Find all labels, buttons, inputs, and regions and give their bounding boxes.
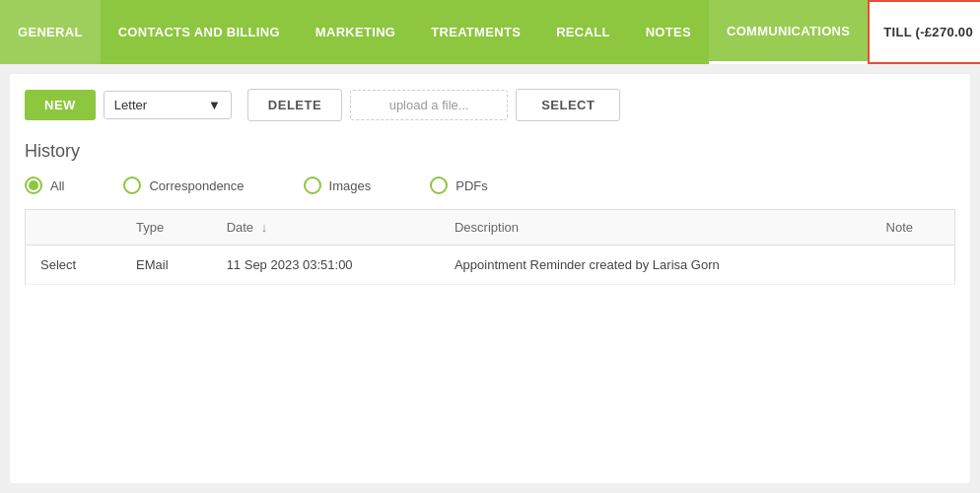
table-header-row: Type Date ↓ Description Note (26, 210, 955, 246)
row-select-button[interactable]: Select (40, 257, 76, 272)
col-header-note: Note (872, 210, 955, 246)
new-button[interactable]: NEW (25, 90, 96, 120)
radio-correspondence[interactable] (123, 176, 141, 194)
filter-row: All Correspondence Images PDFs (25, 176, 955, 194)
main-content: NEW Letter ▼ DELETE upload a file... SEL… (10, 74, 970, 483)
nav-item-communications[interactable]: COMMUNICATIONS (709, 0, 868, 64)
select-button[interactable]: SELECT (516, 89, 620, 121)
filter-images[interactable]: Images (304, 176, 372, 194)
history-section: History All Correspondence Images PDFs (25, 141, 955, 285)
row-type-cell: EMail (121, 246, 212, 285)
filter-correspondence[interactable]: Correspondence (123, 176, 244, 194)
nav-item-notes[interactable]: NOTES (628, 0, 709, 64)
col-header-date[interactable]: Date ↓ (212, 210, 440, 246)
nav-item-contacts-billing[interactable]: CONTACTS AND BILLING (101, 0, 298, 64)
filter-correspondence-label: Correspondence (149, 178, 244, 193)
table-row: Select EMail 11 Sep 2023 03:51:00 Appoin… (26, 246, 955, 285)
upload-file-area[interactable]: upload a file... (350, 90, 508, 120)
nav-item-treatments[interactable]: TREATMENTS (413, 0, 538, 64)
col-header-description: Description (440, 210, 872, 246)
sort-icon: ↓ (261, 220, 268, 235)
history-title: History (25, 141, 955, 162)
col-header-type: Type (121, 210, 212, 246)
row-select-cell[interactable]: Select (26, 246, 122, 285)
nav-item-marketing[interactable]: MARKETING (298, 0, 413, 64)
col-header-select (26, 210, 122, 246)
nav-item-till[interactable]: TILL (-£270.00 (868, 0, 980, 64)
row-note-cell (872, 246, 955, 285)
filter-all-label: All (50, 178, 64, 193)
row-date-cell: 11 Sep 2023 03:51:00 (212, 246, 440, 285)
letter-dropdown[interactable]: Letter ▼ (104, 91, 232, 119)
top-navigation: GENERAL CONTACTS AND BILLING MARKETING T… (0, 0, 980, 64)
filter-pdfs-label: PDFs (455, 178, 488, 193)
radio-all[interactable] (25, 176, 42, 194)
chevron-down-icon: ▼ (208, 98, 221, 112)
toolbar: NEW Letter ▼ DELETE upload a file... SEL… (25, 89, 955, 121)
nav-item-general[interactable]: GENERAL (0, 0, 101, 64)
row-description-cell: Appointment Reminder created by Larisa G… (440, 246, 872, 285)
nav-item-recall[interactable]: RECALL (538, 0, 628, 64)
delete-button[interactable]: DELETE (247, 89, 342, 121)
communications-table: Type Date ↓ Description Note Select EMai… (25, 209, 955, 285)
filter-images-label: Images (329, 178, 372, 193)
filter-pdfs[interactable]: PDFs (430, 176, 488, 194)
radio-pdfs[interactable] (430, 176, 448, 194)
radio-images[interactable] (304, 176, 321, 194)
dropdown-value: Letter (114, 98, 147, 112)
filter-all[interactable]: All (25, 176, 64, 194)
